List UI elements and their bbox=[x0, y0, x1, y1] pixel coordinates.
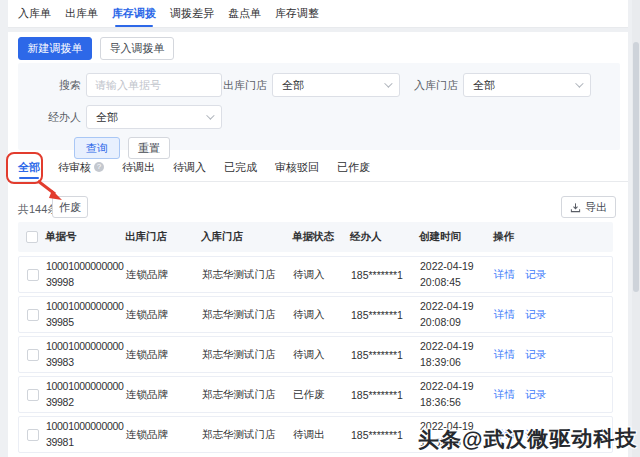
detail-link[interactable]: 详情 bbox=[494, 308, 515, 322]
select-all-checkbox[interactable] bbox=[26, 231, 38, 243]
search-label: 搜索 bbox=[57, 73, 81, 97]
filter-panel: 搜索 出库门店 全部 入库门店 全部 经办人 全部 查询 重置 bbox=[18, 63, 620, 150]
chevron-down-icon bbox=[206, 111, 214, 119]
nav-tab-transfer-diff[interactable]: 调拨差异 bbox=[170, 0, 214, 28]
operator-label: 经办人 bbox=[35, 105, 81, 129]
top-nav: 入库单 出库单 库存调拨 调拨差异 盘点单 库存调整 bbox=[8, 0, 628, 28]
out-store: 连锁品牌 bbox=[126, 428, 202, 442]
status-tab-voided[interactable]: 已作废 bbox=[337, 152, 370, 182]
status-tab-completed[interactable]: 已完成 bbox=[224, 152, 257, 182]
search-input-wrap bbox=[86, 73, 222, 97]
status-tab-label: 待审核 bbox=[58, 154, 91, 180]
row-checkbox[interactable] bbox=[27, 389, 39, 401]
doc-number: 1000100000000039981 bbox=[46, 419, 126, 449]
created-time: 2022-04-19 20:08:45 bbox=[420, 259, 492, 291]
search-input[interactable] bbox=[87, 74, 221, 96]
operator: 185*******1 bbox=[351, 309, 420, 321]
nav-tab-adjustment[interactable]: 库存调整 bbox=[275, 0, 319, 28]
record-link[interactable]: 记录 bbox=[525, 268, 546, 282]
export-label: 导出 bbox=[585, 200, 607, 215]
table-row: 1000100000000039983 连锁品牌 郑志华测试门店 待调入 185… bbox=[18, 336, 613, 373]
in-store-value: 全部 bbox=[473, 78, 495, 93]
detail-link[interactable]: 详情 bbox=[494, 268, 515, 282]
status-text: 待调入 bbox=[293, 308, 351, 322]
record-link[interactable]: 记录 bbox=[525, 308, 546, 322]
header-out-store: 出库门店 bbox=[125, 230, 201, 244]
header-status: 单据状态 bbox=[292, 230, 350, 244]
table-row: 1000100000000039985 连锁品牌 郑志华测试门店 待调入 185… bbox=[18, 296, 613, 333]
status-text: 已作废 bbox=[293, 388, 351, 402]
in-store: 郑志华测试门店 bbox=[202, 388, 293, 402]
doc-number: 1000100000000039983 bbox=[46, 339, 126, 369]
nav-tab-inbound[interactable]: 入库单 bbox=[18, 0, 51, 28]
in-store-label: 入库门店 bbox=[414, 73, 458, 97]
doc-number: 1000100000000039998 bbox=[46, 259, 126, 289]
nav-tab-transfer[interactable]: 库存调拨 bbox=[112, 0, 156, 28]
scrollbar-track[interactable] bbox=[632, 0, 640, 457]
table-row: 1000100000000039998 连锁品牌 郑志华测试门店 待调入 185… bbox=[18, 256, 613, 293]
status-text: 待调入 bbox=[293, 348, 351, 362]
status-tab-pending-review[interactable]: 待审核 ? bbox=[58, 152, 104, 182]
table-row: 1000100000000039982 连锁品牌 郑志华测试门店 已作废 185… bbox=[18, 376, 613, 413]
main-panel: 新建调拨单 导入调拨单 搜索 出库门店 全部 入库门店 全部 经办人 全部 查询… bbox=[8, 32, 628, 457]
operator-select[interactable]: 全部 bbox=[86, 105, 222, 129]
record-link[interactable]: 记录 bbox=[525, 348, 546, 362]
in-store: 郑志华测试门店 bbox=[202, 348, 293, 362]
doc-number: 1000100000000039985 bbox=[46, 299, 126, 329]
doc-number: 1000100000000039982 bbox=[46, 379, 126, 409]
in-store: 郑志华测试门店 bbox=[202, 268, 293, 282]
operator: 185*******1 bbox=[351, 389, 420, 401]
operator: 185*******1 bbox=[351, 349, 420, 361]
out-store: 连锁品牌 bbox=[126, 308, 202, 322]
export-button[interactable]: 导出 bbox=[561, 196, 616, 218]
chevron-down-icon bbox=[384, 79, 392, 87]
status-tab-pending-out[interactable]: 待调出 bbox=[122, 152, 155, 182]
operator: 185*******1 bbox=[351, 269, 420, 281]
out-store: 连锁品牌 bbox=[126, 348, 202, 362]
nav-tab-outbound[interactable]: 出库单 bbox=[65, 0, 98, 28]
row-checkbox[interactable] bbox=[27, 349, 39, 361]
watermark-text: 头条@武汉微驱动科技 bbox=[417, 424, 637, 454]
header-created: 创建时间 bbox=[419, 229, 491, 245]
status-text: 待调入 bbox=[293, 268, 351, 282]
out-store: 连锁品牌 bbox=[126, 268, 202, 282]
record-link[interactable]: 记录 bbox=[525, 388, 546, 402]
out-store-select[interactable]: 全部 bbox=[272, 73, 400, 97]
in-store: 郑志华测试门店 bbox=[202, 428, 293, 442]
created-time: 2022-04-19 20:08:09 bbox=[420, 299, 492, 331]
new-transfer-button[interactable]: 新建调拨单 bbox=[18, 37, 92, 60]
detail-link[interactable]: 详情 bbox=[494, 388, 515, 402]
row-checkbox[interactable] bbox=[27, 429, 39, 441]
export-icon bbox=[570, 202, 581, 213]
header-operator: 经办人 bbox=[350, 230, 419, 244]
detail-link[interactable]: 详情 bbox=[494, 348, 515, 362]
row-checkbox[interactable] bbox=[27, 269, 39, 281]
header-in-store: 入库门店 bbox=[201, 230, 292, 244]
in-store-select[interactable]: 全部 bbox=[463, 73, 591, 97]
table-header: 单据号 出库门店 入库门店 单据状态 经办人 创建时间 操作 bbox=[18, 222, 613, 252]
help-badge-icon: ? bbox=[94, 162, 104, 172]
import-transfer-button[interactable]: 导入调拨单 bbox=[100, 37, 174, 60]
created-time: 2022-04-19 18:39:06 bbox=[420, 339, 492, 371]
out-store: 连锁品牌 bbox=[126, 388, 202, 402]
status-tab-all[interactable]: 全部 bbox=[18, 152, 40, 182]
created-time: 2022-04-19 18:36:56 bbox=[420, 379, 492, 411]
nav-tab-stocktake[interactable]: 盘点单 bbox=[228, 0, 261, 28]
in-store: 郑志华测试门店 bbox=[202, 308, 293, 322]
header-doc-no: 单据号 bbox=[45, 229, 125, 244]
scrollbar-thumb[interactable] bbox=[633, 42, 639, 292]
status-tabs: 全部 待审核 ? 待调出 待调入 已完成 审核驳回 已作废 bbox=[8, 152, 628, 182]
header-actions: 操作 bbox=[491, 230, 613, 244]
row-checkbox[interactable] bbox=[27, 309, 39, 321]
out-store-label: 出库门店 bbox=[223, 73, 267, 97]
void-button[interactable]: 作废 bbox=[52, 196, 88, 218]
out-store-value: 全部 bbox=[282, 78, 304, 93]
operator: 185*******1 bbox=[351, 429, 420, 441]
status-text: 待调出 bbox=[293, 428, 351, 442]
operator-value: 全部 bbox=[96, 110, 118, 125]
status-tab-rejected[interactable]: 审核驳回 bbox=[275, 152, 319, 182]
chevron-down-icon bbox=[575, 79, 583, 87]
status-tab-pending-in[interactable]: 待调入 bbox=[173, 152, 206, 182]
